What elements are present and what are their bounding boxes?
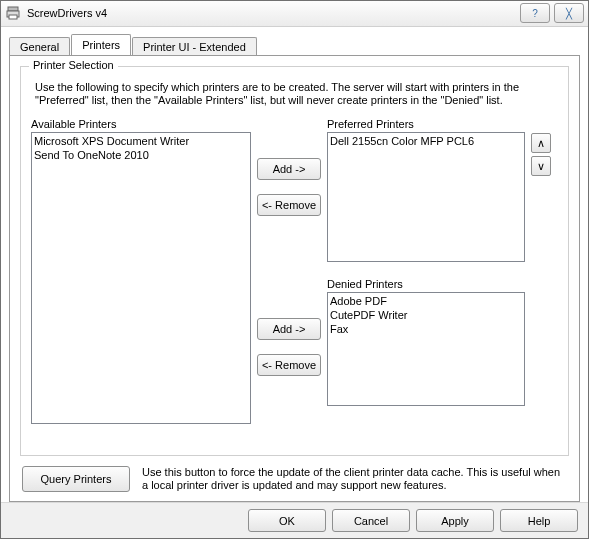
right-column: Preferred Printers Dell 2155cn Color MFP… [327, 118, 525, 424]
query-row: Query Printers Use this button to force … [22, 466, 567, 494]
dialog-button-bar: OK Cancel Apply Help [1, 502, 588, 538]
cancel-button[interactable]: Cancel [332, 509, 410, 532]
list-item[interactable]: Send To OneNote 2010 [34, 148, 248, 162]
tab-general[interactable]: General [9, 37, 70, 56]
list-item[interactable]: CutePDF Writer [330, 308, 522, 322]
list-item[interactable]: Dell 2155cn Color MFP PCL6 [330, 134, 522, 148]
remove-denied-button[interactable]: <- Remove [257, 354, 321, 376]
query-printers-button[interactable]: Query Printers [22, 466, 130, 492]
list-item[interactable]: Fax [330, 322, 522, 336]
help-button[interactable]: Help [500, 509, 578, 532]
tab-strip: General Printers Printer UI - Extended [9, 33, 580, 55]
available-column: Available Printers Microsoft XPS Documen… [31, 118, 251, 424]
available-printers-list[interactable]: Microsoft XPS Document Writer Send To On… [31, 132, 251, 424]
tab-printers[interactable]: Printers [71, 34, 131, 55]
available-label: Available Printers [31, 118, 251, 130]
instructions-text: Use the following to specify which print… [35, 81, 554, 109]
titlebar-help-button[interactable]: ? [520, 3, 550, 23]
ok-button[interactable]: OK [248, 509, 326, 532]
app-window: ScrewDrivers v4 ? ╳ General Printers Pri… [0, 0, 589, 539]
tab-page-printers: Printer Selection Use the following to s… [9, 55, 580, 503]
svg-rect-2 [9, 15, 17, 19]
titlebar: ScrewDrivers v4 ? ╳ [1, 1, 588, 27]
reorder-buttons-column: ∧ ∨ [531, 118, 555, 424]
group-legend: Printer Selection [29, 59, 118, 71]
titlebar-close-button[interactable]: ╳ [554, 3, 584, 23]
client-area: General Printers Printer UI - Extended P… [1, 27, 588, 503]
app-icon [5, 5, 21, 21]
svg-rect-0 [8, 7, 18, 11]
preferred-printers-list[interactable]: Dell 2155cn Color MFP PCL6 [327, 132, 525, 262]
group-printer-selection: Printer Selection Use the following to s… [20, 66, 569, 456]
tab-printer-ui-extended[interactable]: Printer UI - Extended [132, 37, 257, 56]
apply-button[interactable]: Apply [416, 509, 494, 532]
add-preferred-button[interactable]: Add -> [257, 158, 321, 180]
query-description: Use this button to force the update of t… [142, 466, 567, 494]
denied-label: Denied Printers [327, 278, 525, 290]
add-denied-button[interactable]: Add -> [257, 318, 321, 340]
remove-preferred-button[interactable]: <- Remove [257, 194, 321, 216]
list-item[interactable]: Microsoft XPS Document Writer [34, 134, 248, 148]
columns: Available Printers Microsoft XPS Documen… [31, 118, 558, 424]
window-title: ScrewDrivers v4 [27, 7, 516, 19]
list-item[interactable]: Adobe PDF [330, 294, 522, 308]
move-down-button[interactable]: ∨ [531, 156, 551, 176]
move-up-button[interactable]: ∧ [531, 133, 551, 153]
denied-printers-list[interactable]: Adobe PDF CutePDF Writer Fax [327, 292, 525, 406]
middle-buttons-column: Add -> <- Remove Add -> <- Remove [257, 118, 321, 424]
preferred-label: Preferred Printers [327, 118, 525, 130]
